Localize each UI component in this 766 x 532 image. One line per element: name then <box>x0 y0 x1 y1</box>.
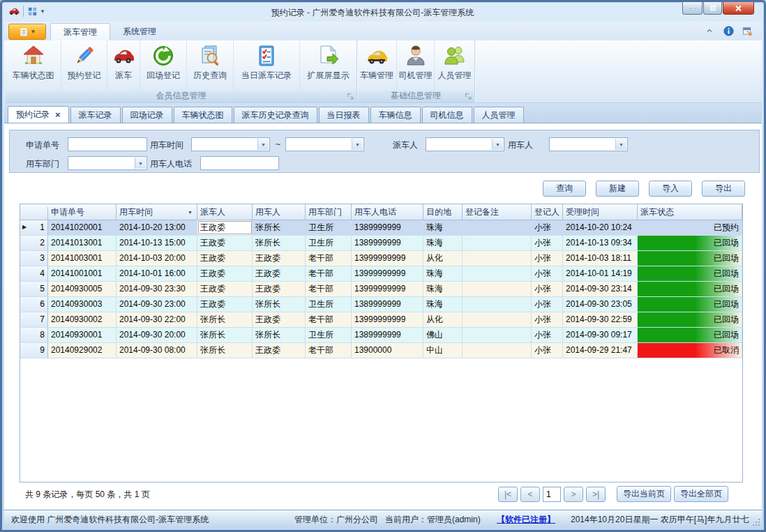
cell-phone[interactable]: 13999999999 <box>352 282 423 296</box>
cell-use-time[interactable]: 2014-09-30 23:00 <box>117 297 197 312</box>
cell-accept-time[interactable]: 2014-10-03 18:11 <box>563 251 638 266</box>
cell-phone[interactable]: 1389999999 <box>352 220 423 235</box>
row-indicator[interactable]: 4 <box>20 266 48 281</box>
column-header[interactable]: 用车时间▼ <box>117 204 197 220</box>
cell-order-no[interactable]: 20141013001 <box>48 236 117 250</box>
close-button[interactable] <box>723 2 754 15</box>
cell-user[interactable]: 王政委 <box>253 266 306 281</box>
cell-accept-time[interactable]: 2014-10-20 10:24 <box>563 220 638 235</box>
ribbon-button[interactable]: 车辆管理 <box>357 40 397 89</box>
column-header[interactable]: 用车人 <box>253 204 306 220</box>
cell-dispatcher[interactable]: 张所长 <box>197 312 253 327</box>
cell-dept[interactable]: 老干部 <box>306 282 352 296</box>
quick-access-toolbar-icon[interactable]: ▼ <box>27 5 51 17</box>
chevron-down-icon[interactable]: ▼ <box>135 158 146 169</box>
about-window-icon[interactable] <box>741 25 753 36</box>
cell-accept-time[interactable]: 2014-09-30 09:17 <box>563 328 638 342</box>
cell-dispatcher[interactable]: 王政委 <box>197 297 253 312</box>
cell-status[interactable]: 已回场 <box>638 312 742 327</box>
row-indicator[interactable]: 5 <box>20 282 48 296</box>
cell-remark[interactable] <box>463 343 532 358</box>
ribbon-button[interactable]: 人员管理 <box>435 40 474 89</box>
ribbon-button[interactable]: 车辆状态图 <box>6 40 61 89</box>
cell-dept[interactable]: 卫生所 <box>306 220 352 235</box>
cell-registrar[interactable]: 小张 <box>532 251 563 266</box>
cell-status[interactable]: 已回场 <box>638 266 742 281</box>
cell-use-time[interactable]: 2014-10-03 20:00 <box>117 251 197 266</box>
cell-remark[interactable] <box>463 297 532 312</box>
cell-order-no[interactable]: 20140929002 <box>48 343 117 358</box>
cell-order-no[interactable]: 20140930002 <box>48 312 117 327</box>
cell-phone[interactable]: 1389999999 <box>352 328 423 342</box>
table-row[interactable]: 2201410130012014-10-13 15:00王政委张所长卫生所138… <box>20 236 742 251</box>
doc-tab[interactable]: 车辆信息 <box>370 107 421 123</box>
cell-user[interactable]: 王政委 <box>253 251 306 266</box>
order-no-input[interactable] <box>68 137 147 151</box>
cell-remark[interactable] <box>463 220 532 235</box>
table-row[interactable]: ▶1201410200012014-10-20 13:00王政委张所长卫生所13… <box>20 220 742 236</box>
dispatcher-combo[interactable]: ▼ <box>426 137 504 151</box>
ribbon-button[interactable]: 预约登记 <box>61 40 107 89</box>
column-header[interactable]: 用车人电话 <box>352 204 423 220</box>
cell-phone[interactable]: 13999999999 <box>352 266 423 281</box>
cell-dispatcher[interactable]: 张所长 <box>197 343 253 358</box>
column-header[interactable]: 受理时间 <box>563 204 638 220</box>
column-header[interactable]: 登记备注 <box>463 204 532 220</box>
cell-dept[interactable]: 卫生所 <box>306 236 352 250</box>
export-current-page-button[interactable]: 导出当前页 <box>617 486 671 502</box>
cell-order-no[interactable]: 20140930001 <box>48 328 117 342</box>
chevron-down-icon[interactable]: ▼ <box>492 139 503 150</box>
action-button[interactable]: 导入 <box>649 181 692 197</box>
cell-dept[interactable]: 老干部 <box>306 312 352 327</box>
chevron-down-icon[interactable]: ▼ <box>615 139 626 150</box>
pager-next-button[interactable]: > <box>564 487 583 502</box>
cell-registrar[interactable]: 小张 <box>532 312 563 327</box>
cell-user[interactable]: 张所长 <box>253 328 306 342</box>
doc-tab[interactable]: 当日报表 <box>319 107 369 123</box>
pager-first-button[interactable]: |< <box>498 487 518 502</box>
cell-use-time[interactable]: 2014-10-13 15:00 <box>117 236 197 250</box>
cell-registrar[interactable]: 小张 <box>532 328 563 342</box>
cell-user[interactable]: 张所长 <box>253 297 306 312</box>
cell-order-no[interactable]: 20140930003 <box>48 297 117 312</box>
cell-order-no[interactable]: 20141003001 <box>48 251 117 266</box>
cell-status[interactable]: 已回场 <box>638 297 742 312</box>
cell-use-time[interactable]: 2014-09-30 20:00 <box>117 328 197 342</box>
doc-tab[interactable]: 派车记录 <box>70 107 121 123</box>
pager-last-button[interactable]: >| <box>586 487 606 502</box>
cell-user[interactable]: 张所长 <box>253 220 306 235</box>
column-header[interactable]: 目的地 <box>423 204 463 220</box>
cell-dispatcher[interactable]: 张所长 <box>197 328 253 342</box>
cell-remark[interactable] <box>463 236 532 250</box>
cell-dest[interactable]: 珠海 <box>423 236 463 250</box>
row-indicator[interactable]: 9 <box>20 343 48 358</box>
row-indicator[interactable]: ▶1 <box>20 220 48 235</box>
column-header[interactable]: 登记人 <box>532 204 563 220</box>
cell-remark[interactable] <box>463 251 532 266</box>
cell-status[interactable]: 已回场 <box>638 328 742 342</box>
cell-user[interactable]: 张所长 <box>253 236 306 250</box>
cell-order-no[interactable]: 20141001001 <box>48 266 117 281</box>
action-button[interactable]: 查询 <box>543 181 586 197</box>
collapse-ribbon-icon[interactable] <box>703 25 716 36</box>
user-combo[interactable]: ▼ <box>549 137 628 151</box>
page-number-input[interactable] <box>543 487 561 502</box>
cell-registrar[interactable]: 小张 <box>532 220 563 235</box>
restore-button[interactable] <box>703 2 722 15</box>
cell-phone[interactable]: 13999999999 <box>352 312 423 327</box>
doc-tab[interactable]: 派车历史记录查询 <box>234 107 317 123</box>
table-row[interactable]: 3201410030012014-10-03 20:00王政委王政委老干部139… <box>20 251 742 266</box>
cell-dest[interactable]: 从化 <box>423 251 463 266</box>
phone-input[interactable] <box>200 156 279 170</box>
row-indicator[interactable]: 7 <box>20 312 48 327</box>
table-row[interactable]: 7201409300022014-09-30 22:00张所长王政委老干部139… <box>20 312 742 328</box>
cell-use-time[interactable]: 2014-09-30 23:30 <box>117 282 197 296</box>
close-tab-icon[interactable]: × <box>55 110 61 119</box>
dialog-launcher-icon[interactable] <box>347 93 354 100</box>
cell-phone[interactable]: 1389999999 <box>352 297 423 312</box>
doc-tab[interactable]: 预约记录× <box>8 106 69 123</box>
license-registered-link[interactable]: 【软件已注册】 <box>497 514 555 526</box>
doc-tab[interactable]: 司机信息 <box>422 107 472 123</box>
cell-dept[interactable]: 老干部 <box>306 266 352 281</box>
cell-dept[interactable]: 老干部 <box>306 343 352 358</box>
